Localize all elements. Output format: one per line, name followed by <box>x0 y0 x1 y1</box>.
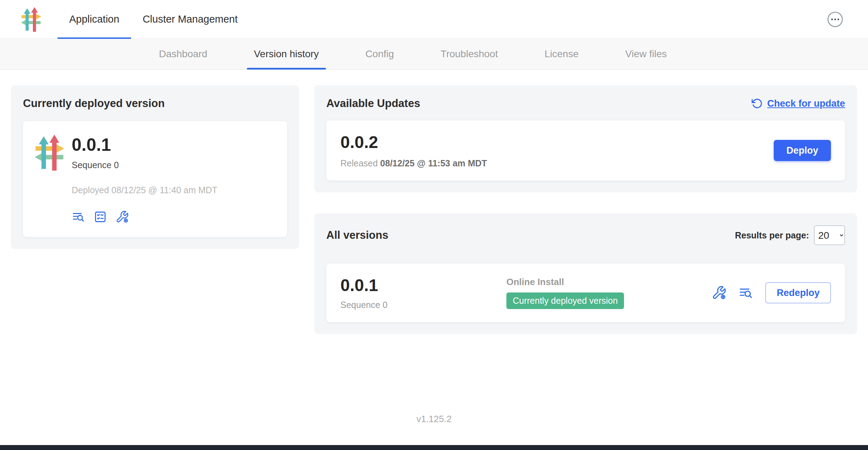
version-row-sequence: Sequence 0 <box>340 300 506 310</box>
currently-deployed-panel: Currently deployed version 0.0.1 <box>11 85 299 249</box>
available-updates-panel: Available Updates Check for update 0.0.2… <box>314 85 857 193</box>
redeploy-button[interactable]: Redeploy <box>765 282 831 303</box>
header-tab-application-label: Application <box>69 13 119 25</box>
deployed-actions <box>72 210 218 224</box>
available-updates-title: Available Updates <box>326 97 420 110</box>
available-updates-header: Available Updates Check for update <box>326 97 845 110</box>
updates-column: Available Updates Check for update 0.0.2… <box>314 85 857 334</box>
check-for-update-link[interactable]: Check for update <box>751 98 845 109</box>
wrench-gear-icon[interactable] <box>712 285 726 300</box>
checklist-icon[interactable] <box>94 210 107 224</box>
subnav-tab-view-files[interactable]: View files <box>618 39 674 69</box>
subnav-tab-dashboard[interactable]: Dashboard <box>152 39 214 69</box>
status-badge: Currently deployed version <box>506 292 624 309</box>
deployed-sequence: Sequence 0 <box>72 160 218 170</box>
released-label: Released <box>340 158 378 168</box>
update-version-number: 0.0.2 <box>340 132 487 152</box>
log-search-icon[interactable] <box>738 285 753 300</box>
subnav-tab-troubleshoot-label: Troubleshoot <box>441 48 498 60</box>
deployed-version-card: 0.0.1 Sequence 0 Deployed 08/12/25 @ 11:… <box>23 121 287 237</box>
all-versions-title: All versions <box>326 229 388 242</box>
subnav-tab-license-label: License <box>545 48 579 60</box>
update-released-line: Released 08/12/25 @ 11:53 am MDT <box>340 158 487 168</box>
currently-deployed-title: Currently deployed version <box>23 97 287 110</box>
subnav-tab-dashboard-label: Dashboard <box>159 48 207 60</box>
log-search-icon[interactable] <box>72 210 85 224</box>
subnav-tab-troubleshoot[interactable]: Troubleshoot <box>434 39 505 69</box>
version-row-number: 0.0.1 <box>340 276 506 295</box>
subnav-tab-view-files-label: View files <box>625 48 667 60</box>
main-content: Currently deployed version 0.0.1 <box>0 70 868 334</box>
app-logo-icon <box>33 135 66 171</box>
refresh-icon <box>751 98 763 109</box>
subnav-tab-version-history-label: Version history <box>254 48 319 60</box>
all-versions-panel: All versions Results per page: 20 0.0.1 … <box>314 213 857 334</box>
header-tab-cluster-management[interactable]: Cluster Management <box>131 0 249 39</box>
app-subnav: Dashboard Version history Config Trouble… <box>0 39 868 70</box>
app-logo-icon <box>20 7 42 32</box>
bottom-bar <box>0 445 868 450</box>
released-date: 08/12/25 @ 11:53 am MDT <box>380 158 487 168</box>
install-type-label: Online Install <box>506 277 712 288</box>
results-per-page-label: Results per page: <box>735 230 809 241</box>
update-details: 0.0.2 Released 08/12/25 @ 11:53 am MDT <box>340 132 487 168</box>
results-per-page-select[interactable]: 20 <box>814 225 845 245</box>
subnav-tab-license[interactable]: License <box>537 39 586 69</box>
header-tab-cluster-management-label: Cluster Management <box>143 13 238 25</box>
wrench-gear-icon[interactable] <box>115 210 129 224</box>
all-versions-header: All versions Results per page: 20 <box>326 225 845 245</box>
update-card: 0.0.2 Released 08/12/25 @ 11:53 am MDT D… <box>326 120 845 180</box>
check-for-update-label: Check for update <box>767 98 845 109</box>
version-row: 0.0.1 Sequence 0 Online Install Currentl… <box>326 264 845 322</box>
version-row-actions: Redeploy <box>712 282 831 303</box>
results-per-page: Results per page: 20 <box>735 225 845 245</box>
subnav-tab-version-history[interactable]: Version history <box>247 39 326 69</box>
deployed-version-number: 0.0.1 <box>72 135 218 155</box>
deployed-timestamp: Deployed 08/12/25 @ 11:40 am MDT <box>72 185 218 195</box>
subnav-tab-config[interactable]: Config <box>358 39 401 69</box>
top-header: Application Cluster Management <box>0 0 868 39</box>
deployed-column: Currently deployed version 0.0.1 <box>11 85 299 249</box>
header-tab-application[interactable]: Application <box>58 0 131 39</box>
app-window: Application Cluster Management Dashboard… <box>0 0 868 450</box>
version-row-status-block: Online Install Currently deployed versio… <box>506 277 712 309</box>
deployed-version-details: 0.0.1 Sequence 0 Deployed 08/12/25 @ 11:… <box>72 135 218 224</box>
console-version: v1.125.2 <box>0 414 868 425</box>
deploy-button[interactable]: Deploy <box>774 140 831 161</box>
ellipsis-menu-icon[interactable] <box>827 11 843 28</box>
subnav-tab-config-label: Config <box>365 48 394 60</box>
version-row-version-block: 0.0.1 Sequence 0 <box>340 276 506 310</box>
